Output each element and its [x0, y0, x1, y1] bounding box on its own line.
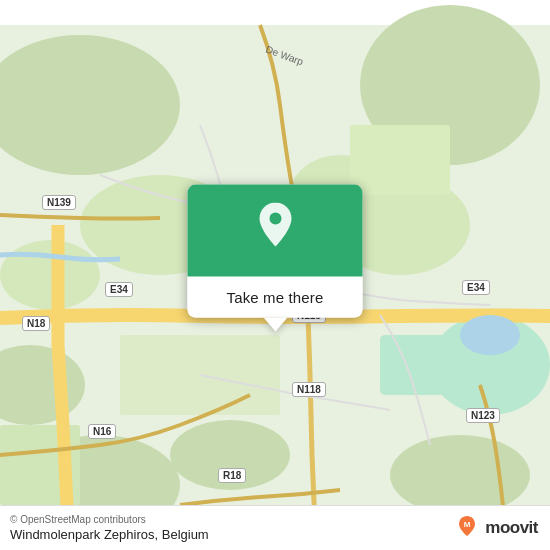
svg-rect-16	[350, 125, 450, 195]
moovit-text: moovit	[485, 518, 538, 538]
road-label-n123: N123	[466, 408, 500, 423]
popup-green-area	[188, 185, 363, 277]
svg-point-18	[269, 213, 281, 225]
road-label-r18: R18	[218, 468, 246, 483]
bottom-bar: © OpenStreetMap contributors Windmolenpa…	[0, 505, 550, 550]
bottom-bar-left: © OpenStreetMap contributors Windmolenpa…	[10, 514, 209, 542]
svg-point-8	[390, 435, 530, 515]
road-label-n139: N139	[42, 195, 76, 210]
road-label-n16: N16	[88, 424, 116, 439]
map-container: N139 E34 E34 N18 N118 N118 N16 R18 N123 …	[0, 0, 550, 550]
road-label-n118-bot: N118	[292, 382, 326, 397]
svg-point-12	[0, 240, 100, 310]
location-pin-icon	[253, 203, 297, 255]
popup-tail	[263, 318, 287, 332]
osm-credit: © OpenStreetMap contributors	[10, 514, 209, 525]
road-label-e34-right: E34	[462, 280, 490, 295]
popup-card: Take me there	[188, 185, 363, 318]
location-name: Windmolenpark Zephiros, Belgium	[10, 527, 209, 542]
app: N139 E34 E34 N18 N118 N118 N16 R18 N123 …	[0, 0, 550, 550]
road-label-n18: N18	[22, 316, 50, 331]
road-label-e34-left: E34	[105, 282, 133, 297]
svg-point-17	[460, 315, 520, 355]
popup-button-row: Take me there	[188, 277, 363, 318]
moovit-logo: M moovit	[453, 514, 538, 542]
svg-text:M: M	[464, 520, 471, 529]
moovit-icon: M	[453, 514, 481, 542]
svg-rect-5	[380, 335, 460, 395]
take-me-there-button[interactable]: Take me there	[227, 289, 324, 306]
